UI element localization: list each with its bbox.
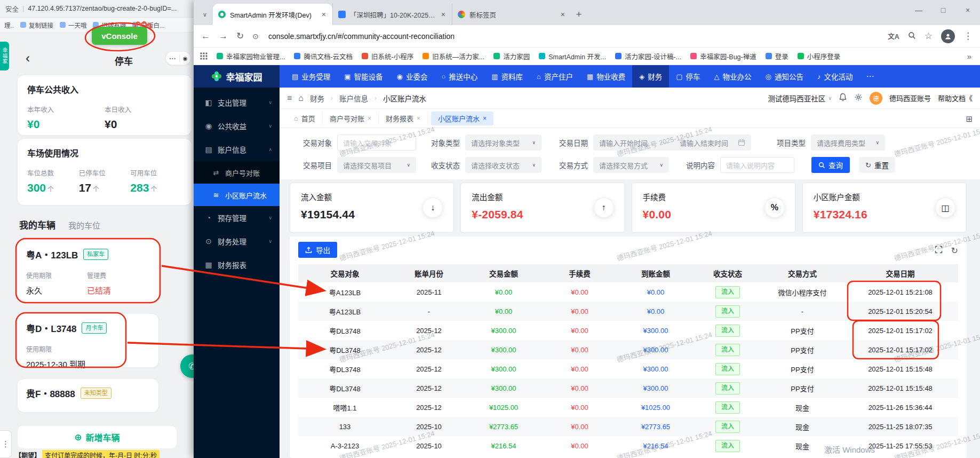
bookmark-item-1[interactable]: 腾讯文档-云文档 <box>294 51 353 61</box>
filter-select[interactable]: 请选择费用类型∨ <box>811 135 885 151</box>
bookmark-item-3[interactable]: 旧系统—活力家... <box>423 51 484 61</box>
browser-tab-0[interactable]: SmartAdmin 开发环境(Dev)× <box>213 4 332 25</box>
settings-gear-icon[interactable] <box>854 93 863 104</box>
community-selector[interactable]: 测试德玛西亚社区 ∨ <box>768 93 832 104</box>
sidebar-item-4[interactable]: ⊙财务处理∨ <box>194 230 280 253</box>
table-row-2[interactable]: 粤DL37482025-12¥300.00¥0.00¥300.00流入PP支付2… <box>298 321 958 340</box>
filter-select[interactable]: 请选择交易方式∨ <box>593 157 669 173</box>
top-nav-item-8[interactable]: ▢停车 <box>669 65 707 88</box>
miniprogram-capsule[interactable]: ⋯ ◉ <box>165 51 191 65</box>
filter-input[interactable]: 请输入说明内容 <box>720 157 794 173</box>
search-button[interactable]: 查询 <box>811 157 850 173</box>
reload-icon[interactable]: ↻ <box>236 31 244 41</box>
tab-close-icon[interactable]: × <box>368 115 371 122</box>
left-bookmark[interactable]: 理.. <box>4 21 14 29</box>
close-button[interactable]: × <box>955 0 980 20</box>
minimize-button[interactable]: — <box>906 0 931 20</box>
vehicle-card-1[interactable]: 粤D・L3748月卡车使用期限2025-12-30 到期 <box>18 314 158 367</box>
left-bookmark[interactable]: 复制链接 <box>20 21 53 29</box>
page-tab-3[interactable]: 小区账户流水× <box>431 112 493 125</box>
help-doc-link[interactable]: 帮助文档《 <box>938 93 973 103</box>
top-nav-item-6[interactable]: ▦物业收费 <box>580 65 632 88</box>
capsule-circle-icon[interactable]: ◉ <box>183 56 188 61</box>
forward-icon[interactable]: → <box>219 31 228 41</box>
bookmarks-overflow-icon[interactable]: » <box>967 52 974 61</box>
maximize-button[interactable]: □ <box>931 0 955 20</box>
apps-grid-icon[interactable] <box>200 52 208 60</box>
translate-icon[interactable]: 文A <box>888 31 899 41</box>
sidebar-item-0[interactable]: ◧支出管理∨ <box>194 91 280 114</box>
table-row-3[interactable]: 粤DL37482025-12¥300.00¥0.00¥300.00流入PP支付2… <box>298 340 958 359</box>
sidebar-subitem-1[interactable]: ≋小区账户流水 <box>194 184 280 206</box>
sidebar-item-5[interactable]: ▦财务报表 <box>194 253 280 277</box>
vehicle-card-0[interactable]: 粤A・123LB私家车使用期限永久管理费已结清 <box>18 240 158 302</box>
table-row-4[interactable]: 粤DL37482025-12¥300.00¥0.00¥300.00流入PP支付2… <box>298 359 958 378</box>
browser-menu-icon[interactable]: ⋮ <box>963 31 973 41</box>
table-row-5[interactable]: 粤DL37482025-12¥300.00¥0.00¥300.00流入PP支付2… <box>298 378 958 398</box>
browser-tab-1[interactable]: 「深圳招聘」10-20K-2025年最...× <box>332 4 452 25</box>
top-nav-item-11[interactable]: ♪文化活动 <box>810 65 860 88</box>
tab-close-icon[interactable]: × <box>321 10 327 19</box>
top-nav-item-5[interactable]: ⌂资产住户 <box>530 65 580 88</box>
bookmark-item-5[interactable]: SmartAdmin 开发... <box>539 51 606 61</box>
table-row-7[interactable]: 1332025-10¥2773.65¥0.00¥2773.65流入现金2025-… <box>298 417 958 436</box>
vehicle-card-2[interactable]: 贵F・88888未知类型 <box>18 379 158 412</box>
mobile-tab-0[interactable]: 我的车辆 <box>19 218 55 231</box>
browser-tab-2[interactable]: 新标签页× <box>452 4 571 25</box>
bookmark-item-9[interactable]: 小程序登录 <box>798 51 841 61</box>
top-nav-item-3[interactable]: ○推送中心 <box>434 65 484 88</box>
table-row-0[interactable]: 粤A123LB2025-11¥0.00¥0.00¥0.00流入微信小程序支付20… <box>298 282 958 302</box>
sidebar-subitem-0[interactable]: ⇄商户号对账 <box>194 161 280 184</box>
profile-avatar-icon[interactable] <box>941 29 955 43</box>
url-text[interactable]: console.smartxfjy.cn/#/community-account… <box>268 32 455 41</box>
tab-close-icon[interactable]: × <box>560 10 566 19</box>
filter-input[interactable]: 请输入交易对象 <box>337 135 416 151</box>
collapsed-toolbar[interactable]: ⋮ <box>0 430 12 458</box>
side-tab[interactable]: 幸福家 <box>0 42 9 70</box>
reset-button[interactable]: ↻ 重置 <box>859 157 895 173</box>
breadcrumb-item[interactable]: 财务 <box>310 93 324 104</box>
sidebar-item-3[interactable]: ◔预存管理∨ <box>194 206 280 230</box>
top-nav-item-2[interactable]: ◉业委会 <box>390 65 435 88</box>
page-tab-0[interactable]: ⌂首页 <box>287 113 323 124</box>
filter-select[interactable]: 请选择收支状态∨ <box>465 157 541 173</box>
tab-layout-grid-icon[interactable]: ⊞ <box>966 114 973 124</box>
bookmark-item-2[interactable]: 旧系统-小程序 <box>362 51 413 61</box>
breadcrumb-item[interactable]: 账户信息 <box>339 93 368 104</box>
nav-overflow-icon[interactable]: ⋯ <box>859 65 880 88</box>
bookmark-item-8[interactable]: 登录 <box>766 51 788 61</box>
user-avatar[interactable]: 德 <box>870 92 882 105</box>
tab-search-chevron-icon[interactable]: ∨ <box>197 4 213 25</box>
bookmark-item-4[interactable]: 活力家园 <box>493 51 530 61</box>
top-nav-item-10[interactable]: ◎通知公告 <box>759 65 810 88</box>
table-row-6[interactable]: 嗒嗒1.12025-12¥1025.00¥0.00¥1025.00流入现金202… <box>298 398 958 417</box>
date-range-input[interactable]: 请输入开始时间请输入结束时间 <box>593 135 751 151</box>
tab-close-icon[interactable]: × <box>417 115 420 122</box>
top-nav-item-9[interactable]: △物业办公 <box>707 65 759 88</box>
filter-select[interactable]: 请选择交易项目∨ <box>337 157 416 173</box>
sidebar-item-1[interactable]: ◉公共收益∨ <box>194 114 280 138</box>
more-dots-icon[interactable]: ⋯ <box>169 54 176 62</box>
new-tab-button[interactable]: + <box>571 4 586 25</box>
page-tab-1[interactable]: 商户号对账× <box>323 113 379 124</box>
page-tab-2[interactable]: 财务报表× <box>379 113 428 124</box>
bookmark-item-7[interactable]: 幸福家园-Bug-禅道 <box>690 51 756 61</box>
mobile-tab-1[interactable]: 我的车位 <box>68 219 100 231</box>
collapse-sidebar-icon[interactable]: ≡ <box>287 94 292 102</box>
sidebar-item-2[interactable]: ▤账户信息∧ <box>194 138 280 161</box>
zoom-search-icon[interactable] <box>908 31 916 41</box>
top-nav-item-7[interactable]: ◈财务 <box>632 65 669 88</box>
table-row-1[interactable]: 粤A123LB-¥0.00¥0.00¥0.00流入-2025-12-01 15:… <box>298 302 958 321</box>
top-nav-item-4[interactable]: ▥资料库 <box>484 65 530 88</box>
app-brand[interactable]: 幸福家园 <box>194 65 280 88</box>
bookmark-star-icon[interactable]: ☆ <box>925 31 933 41</box>
vconsole-button[interactable]: vConsole <box>92 27 147 45</box>
tab-close-icon[interactable]: × <box>483 115 487 122</box>
refresh-icon[interactable]: ↻ <box>951 247 958 255</box>
bookmark-item-6[interactable]: 活力家园-设计稿-... <box>615 51 681 61</box>
export-button[interactable]: 导出 <box>298 242 337 258</box>
bookmark-item-0[interactable]: 幸福家园物业管理... <box>217 51 285 61</box>
home-icon[interactable]: ⌂ <box>298 94 304 102</box>
back-icon[interactable]: ← <box>201 31 210 41</box>
tab-close-icon[interactable]: × <box>440 10 447 19</box>
